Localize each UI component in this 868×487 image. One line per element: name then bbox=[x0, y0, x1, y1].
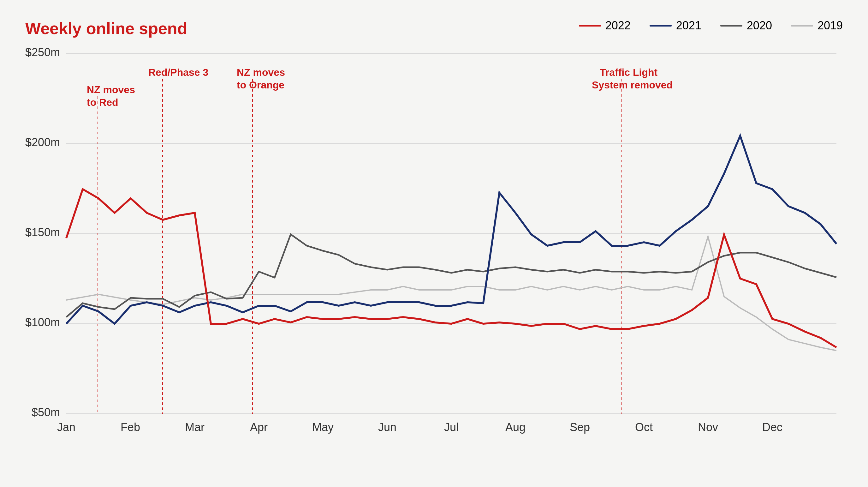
svg-text:to Orange: to Orange bbox=[237, 79, 284, 91]
chart-svg: $250m $200m $150m $100m $50m Jan Feb Mar… bbox=[25, 47, 843, 452]
legend-label-2019: 2019 bbox=[817, 19, 843, 32]
legend-item-2019: 2019 bbox=[791, 19, 843, 32]
legend-line-2019 bbox=[791, 25, 813, 27]
svg-text:$200m: $200m bbox=[25, 136, 60, 149]
svg-text:Jul: Jul bbox=[444, 421, 459, 434]
svg-text:Nov: Nov bbox=[698, 421, 718, 434]
svg-text:Aug: Aug bbox=[505, 421, 526, 434]
svg-text:Red/Phase 3: Red/Phase 3 bbox=[148, 67, 208, 78]
legend-line-2021 bbox=[650, 25, 672, 27]
svg-text:$150m: $150m bbox=[25, 226, 60, 239]
svg-text:NZ moves: NZ moves bbox=[87, 84, 135, 95]
svg-text:May: May bbox=[312, 421, 334, 434]
legend-item-2020: 2020 bbox=[720, 19, 772, 32]
line-2019 bbox=[66, 236, 836, 350]
line-2021 bbox=[66, 136, 836, 324]
svg-text:to Red: to Red bbox=[87, 97, 118, 108]
legend-line-2022 bbox=[579, 25, 601, 27]
svg-text:$100m: $100m bbox=[25, 316, 60, 329]
svg-text:$50m: $50m bbox=[32, 406, 60, 419]
svg-text:Apr: Apr bbox=[250, 421, 268, 434]
chart-area: $250m $200m $150m $100m $50m Jan Feb Mar… bbox=[25, 47, 843, 452]
svg-text:Oct: Oct bbox=[635, 421, 653, 434]
chart-container: Weekly online spend 2022 2021 2020 2019 bbox=[0, 0, 868, 487]
svg-text:Jan: Jan bbox=[57, 421, 75, 434]
legend-label-2020: 2020 bbox=[747, 19, 772, 32]
legend-item-2022: 2022 bbox=[579, 19, 631, 32]
svg-text:$250m: $250m bbox=[25, 47, 60, 59]
legend-item-2021: 2021 bbox=[650, 19, 701, 32]
svg-text:System removed: System removed bbox=[592, 79, 673, 91]
legend-line-2020 bbox=[720, 25, 742, 27]
svg-text:Jun: Jun bbox=[378, 421, 397, 434]
legend-label-2021: 2021 bbox=[676, 19, 701, 32]
svg-text:NZ moves: NZ moves bbox=[237, 67, 285, 78]
svg-text:Sep: Sep bbox=[570, 421, 590, 434]
svg-text:Mar: Mar bbox=[185, 421, 205, 434]
svg-text:Dec: Dec bbox=[762, 421, 782, 434]
legend: 2022 2021 2020 2019 bbox=[579, 19, 843, 32]
svg-text:Traffic Light: Traffic Light bbox=[600, 67, 657, 78]
svg-text:Feb: Feb bbox=[121, 421, 140, 434]
legend-label-2022: 2022 bbox=[606, 19, 631, 32]
